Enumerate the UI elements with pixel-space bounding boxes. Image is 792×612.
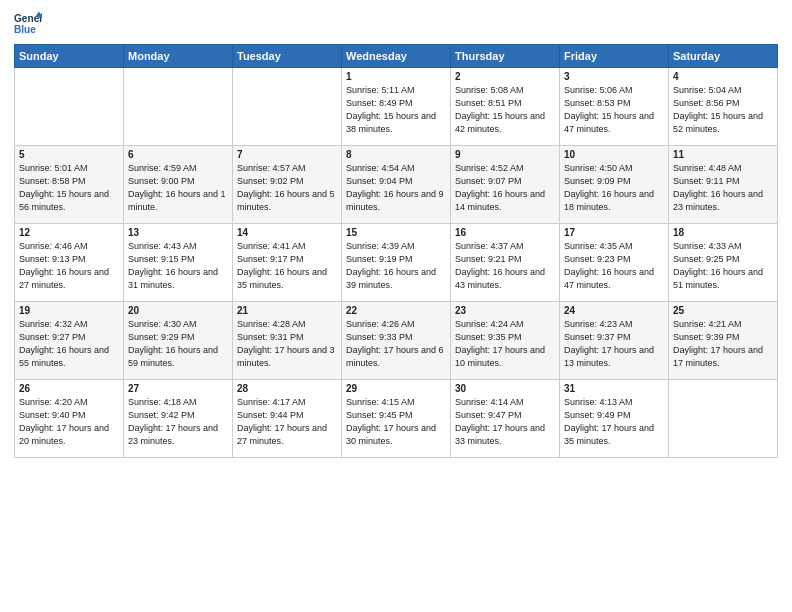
day-number: 27 [128, 383, 228, 394]
day-info: Sunrise: 4:17 AMSunset: 9:44 PMDaylight:… [237, 396, 337, 448]
day-cell: 6Sunrise: 4:59 AMSunset: 9:00 PMDaylight… [124, 146, 233, 224]
col-header-monday: Monday [124, 45, 233, 68]
day-number: 11 [673, 149, 773, 160]
day-number: 29 [346, 383, 446, 394]
day-info: Sunrise: 4:21 AMSunset: 9:39 PMDaylight:… [673, 318, 773, 370]
day-cell: 21Sunrise: 4:28 AMSunset: 9:31 PMDayligh… [233, 302, 342, 380]
day-number: 26 [19, 383, 119, 394]
day-cell [669, 380, 778, 458]
week-row-1: 1Sunrise: 5:11 AMSunset: 8:49 PMDaylight… [15, 68, 778, 146]
day-number: 22 [346, 305, 446, 316]
day-number: 10 [564, 149, 664, 160]
day-number: 25 [673, 305, 773, 316]
day-info: Sunrise: 4:43 AMSunset: 9:15 PMDaylight:… [128, 240, 228, 292]
day-info: Sunrise: 4:46 AMSunset: 9:13 PMDaylight:… [19, 240, 119, 292]
day-number: 16 [455, 227, 555, 238]
day-number: 6 [128, 149, 228, 160]
day-cell: 16Sunrise: 4:37 AMSunset: 9:21 PMDayligh… [451, 224, 560, 302]
day-info: Sunrise: 4:33 AMSunset: 9:25 PMDaylight:… [673, 240, 773, 292]
day-number: 19 [19, 305, 119, 316]
day-number: 8 [346, 149, 446, 160]
day-number: 28 [237, 383, 337, 394]
day-number: 3 [564, 71, 664, 82]
day-cell: 18Sunrise: 4:33 AMSunset: 9:25 PMDayligh… [669, 224, 778, 302]
day-info: Sunrise: 4:26 AMSunset: 9:33 PMDaylight:… [346, 318, 446, 370]
day-info: Sunrise: 4:35 AMSunset: 9:23 PMDaylight:… [564, 240, 664, 292]
logo-icon: General Blue [14, 10, 42, 38]
week-row-5: 26Sunrise: 4:20 AMSunset: 9:40 PMDayligh… [15, 380, 778, 458]
day-number: 14 [237, 227, 337, 238]
day-number: 21 [237, 305, 337, 316]
header-row: SundayMondayTuesdayWednesdayThursdayFrid… [15, 45, 778, 68]
day-info: Sunrise: 5:06 AMSunset: 8:53 PMDaylight:… [564, 84, 664, 136]
day-info: Sunrise: 4:32 AMSunset: 9:27 PMDaylight:… [19, 318, 119, 370]
day-info: Sunrise: 4:23 AMSunset: 9:37 PMDaylight:… [564, 318, 664, 370]
day-cell: 1Sunrise: 5:11 AMSunset: 8:49 PMDaylight… [342, 68, 451, 146]
day-info: Sunrise: 4:13 AMSunset: 9:49 PMDaylight:… [564, 396, 664, 448]
day-number: 15 [346, 227, 446, 238]
day-cell [233, 68, 342, 146]
day-cell: 2Sunrise: 5:08 AMSunset: 8:51 PMDaylight… [451, 68, 560, 146]
day-info: Sunrise: 4:48 AMSunset: 9:11 PMDaylight:… [673, 162, 773, 214]
week-row-4: 19Sunrise: 4:32 AMSunset: 9:27 PMDayligh… [15, 302, 778, 380]
page: General Blue SundayMondayTuesdayWednesda… [0, 0, 792, 612]
day-info: Sunrise: 4:57 AMSunset: 9:02 PMDaylight:… [237, 162, 337, 214]
calendar-table: SundayMondayTuesdayWednesdayThursdayFrid… [14, 44, 778, 458]
day-cell: 8Sunrise: 4:54 AMSunset: 9:04 PMDaylight… [342, 146, 451, 224]
day-number: 20 [128, 305, 228, 316]
day-cell [15, 68, 124, 146]
day-number: 7 [237, 149, 337, 160]
day-info: Sunrise: 4:30 AMSunset: 9:29 PMDaylight:… [128, 318, 228, 370]
day-cell: 10Sunrise: 4:50 AMSunset: 9:09 PMDayligh… [560, 146, 669, 224]
day-cell [124, 68, 233, 146]
day-info: Sunrise: 5:11 AMSunset: 8:49 PMDaylight:… [346, 84, 446, 136]
day-cell: 5Sunrise: 5:01 AMSunset: 8:58 PMDaylight… [15, 146, 124, 224]
day-number: 23 [455, 305, 555, 316]
col-header-tuesday: Tuesday [233, 45, 342, 68]
day-info: Sunrise: 5:04 AMSunset: 8:56 PMDaylight:… [673, 84, 773, 136]
day-cell: 29Sunrise: 4:15 AMSunset: 9:45 PMDayligh… [342, 380, 451, 458]
day-info: Sunrise: 5:01 AMSunset: 8:58 PMDaylight:… [19, 162, 119, 214]
day-number: 2 [455, 71, 555, 82]
day-number: 31 [564, 383, 664, 394]
day-cell: 30Sunrise: 4:14 AMSunset: 9:47 PMDayligh… [451, 380, 560, 458]
day-info: Sunrise: 4:24 AMSunset: 9:35 PMDaylight:… [455, 318, 555, 370]
day-number: 13 [128, 227, 228, 238]
col-header-thursday: Thursday [451, 45, 560, 68]
day-number: 12 [19, 227, 119, 238]
day-cell: 20Sunrise: 4:30 AMSunset: 9:29 PMDayligh… [124, 302, 233, 380]
col-header-wednesday: Wednesday [342, 45, 451, 68]
day-cell: 28Sunrise: 4:17 AMSunset: 9:44 PMDayligh… [233, 380, 342, 458]
day-cell: 11Sunrise: 4:48 AMSunset: 9:11 PMDayligh… [669, 146, 778, 224]
day-cell: 26Sunrise: 4:20 AMSunset: 9:40 PMDayligh… [15, 380, 124, 458]
day-info: Sunrise: 4:52 AMSunset: 9:07 PMDaylight:… [455, 162, 555, 214]
day-cell: 19Sunrise: 4:32 AMSunset: 9:27 PMDayligh… [15, 302, 124, 380]
day-info: Sunrise: 5:08 AMSunset: 8:51 PMDaylight:… [455, 84, 555, 136]
week-row-3: 12Sunrise: 4:46 AMSunset: 9:13 PMDayligh… [15, 224, 778, 302]
day-cell: 22Sunrise: 4:26 AMSunset: 9:33 PMDayligh… [342, 302, 451, 380]
col-header-saturday: Saturday [669, 45, 778, 68]
day-number: 30 [455, 383, 555, 394]
day-info: Sunrise: 4:20 AMSunset: 9:40 PMDaylight:… [19, 396, 119, 448]
day-number: 1 [346, 71, 446, 82]
day-cell: 31Sunrise: 4:13 AMSunset: 9:49 PMDayligh… [560, 380, 669, 458]
day-info: Sunrise: 4:14 AMSunset: 9:47 PMDaylight:… [455, 396, 555, 448]
week-row-2: 5Sunrise: 5:01 AMSunset: 8:58 PMDaylight… [15, 146, 778, 224]
day-number: 5 [19, 149, 119, 160]
day-info: Sunrise: 4:54 AMSunset: 9:04 PMDaylight:… [346, 162, 446, 214]
day-number: 18 [673, 227, 773, 238]
day-cell: 7Sunrise: 4:57 AMSunset: 9:02 PMDaylight… [233, 146, 342, 224]
logo: General Blue [14, 10, 42, 38]
day-cell: 24Sunrise: 4:23 AMSunset: 9:37 PMDayligh… [560, 302, 669, 380]
day-cell: 15Sunrise: 4:39 AMSunset: 9:19 PMDayligh… [342, 224, 451, 302]
col-header-sunday: Sunday [15, 45, 124, 68]
day-cell: 27Sunrise: 4:18 AMSunset: 9:42 PMDayligh… [124, 380, 233, 458]
day-cell: 9Sunrise: 4:52 AMSunset: 9:07 PMDaylight… [451, 146, 560, 224]
day-cell: 13Sunrise: 4:43 AMSunset: 9:15 PMDayligh… [124, 224, 233, 302]
day-info: Sunrise: 4:15 AMSunset: 9:45 PMDaylight:… [346, 396, 446, 448]
header: General Blue [14, 10, 778, 38]
day-number: 17 [564, 227, 664, 238]
day-info: Sunrise: 4:50 AMSunset: 9:09 PMDaylight:… [564, 162, 664, 214]
day-info: Sunrise: 4:18 AMSunset: 9:42 PMDaylight:… [128, 396, 228, 448]
svg-text:Blue: Blue [14, 24, 36, 35]
